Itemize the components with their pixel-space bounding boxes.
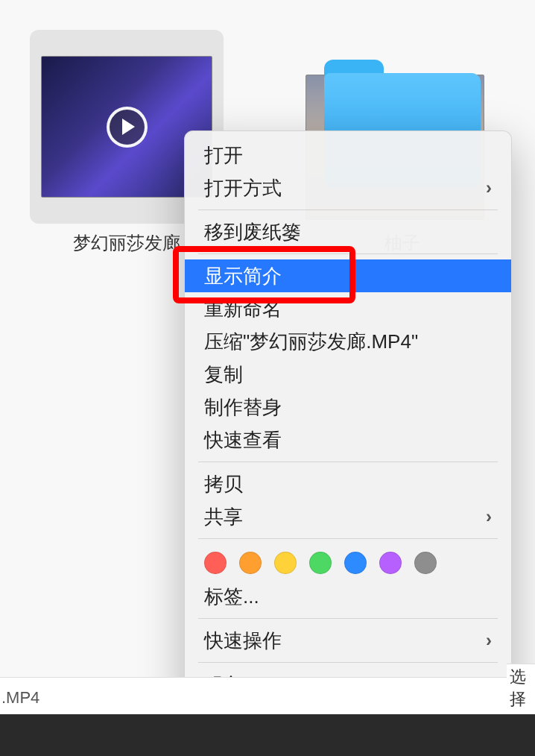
bottom-bar-text: .MP4 <box>1 688 39 708</box>
menu-duplicate[interactable]: 复制 <box>185 358 511 391</box>
menu-separator <box>198 253 498 254</box>
tag-orange[interactable] <box>239 552 262 574</box>
tag-gray[interactable] <box>414 552 437 574</box>
menu-separator <box>198 538 498 539</box>
menu-quick-look[interactable]: 快速查看 <box>185 423 511 456</box>
menu-share[interactable]: 共享 › <box>185 500 511 533</box>
menu-separator <box>198 210 498 210</box>
menu-separator <box>198 462 498 462</box>
menu-open-with[interactable]: 打开方式 › <box>185 171 511 204</box>
menu-label: 共享 <box>204 504 243 530</box>
menu-label: 制作替身 <box>204 394 282 420</box>
menu-copy[interactable]: 拷贝 <box>185 467 511 500</box>
right-label: 选择 <box>510 666 535 711</box>
tag-green[interactable] <box>309 552 332 574</box>
chevron-right-icon: › <box>486 177 492 198</box>
menu-label: 标签... <box>204 584 259 610</box>
menu-label: 拷贝 <box>204 471 243 497</box>
bottom-dark-bar <box>0 714 535 756</box>
menu-get-info[interactable]: 显示简介 <box>185 259 511 292</box>
chevron-right-icon: › <box>486 630 492 651</box>
menu-separator <box>198 618 498 619</box>
menu-move-to-trash[interactable]: 移到废纸篓 <box>185 215 511 248</box>
menu-make-alias[interactable]: 制作替身 <box>185 391 511 423</box>
menu-label: 重新命名 <box>204 296 282 322</box>
menu-compress[interactable]: 压缩"梦幻丽莎发廊.MP4" <box>185 325 511 358</box>
menu-label: 打开方式 <box>204 175 282 201</box>
menu-label: 快速查看 <box>204 427 282 453</box>
menu-rename[interactable]: 重新命名 <box>185 292 511 325</box>
tag-row <box>185 544 511 580</box>
menu-open[interactable]: 打开 <box>185 139 511 171</box>
right-strip[interactable]: 选择 <box>507 664 535 711</box>
menu-label: 显示简介 <box>204 263 282 289</box>
menu-tags[interactable]: 标签... <box>185 580 511 613</box>
menu-label: 打开 <box>204 142 243 168</box>
tag-yellow[interactable] <box>274 552 297 574</box>
play-icon <box>107 107 148 148</box>
menu-label: 快速操作 <box>204 628 282 654</box>
file-label: 梦幻丽莎发廊 <box>73 231 180 255</box>
menu-separator <box>198 662 498 663</box>
tag-purple[interactable] <box>379 552 402 574</box>
menu-label: 移到废纸篓 <box>204 219 301 245</box>
bottom-bar: .MP4 <box>0 677 535 719</box>
context-menu: 打开 打开方式 › 移到废纸篓 显示简介 重新命名 压缩"梦幻丽莎发廊.MP4"… <box>184 130 512 709</box>
menu-quick-actions[interactable]: 快速操作 › <box>185 624 511 657</box>
tag-blue[interactable] <box>344 552 367 574</box>
menu-label: 压缩"梦幻丽莎发廊.MP4" <box>204 329 418 355</box>
tag-red[interactable] <box>204 552 227 574</box>
menu-label: 复制 <box>204 362 243 388</box>
chevron-right-icon: › <box>486 506 492 527</box>
